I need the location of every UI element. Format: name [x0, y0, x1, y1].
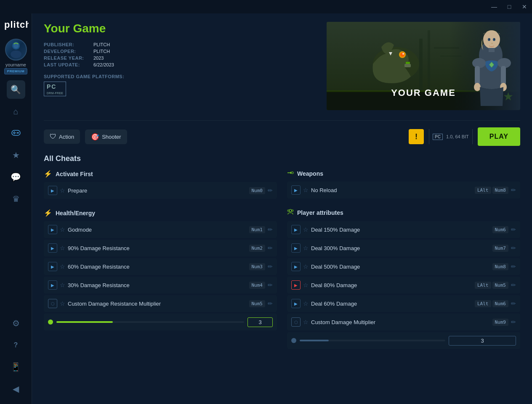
cheat-star-30dmg[interactable]: ☆: [60, 282, 65, 288]
sidebar-mobile-button[interactable]: 📱: [7, 358, 25, 376]
slider-track-resistance[interactable]: [56, 321, 244, 323]
cheat-60dmg: ▶ ☆ 60% Damage Resistance Num3 ✏: [44, 258, 277, 275]
cheat-star-custom-resistance[interactable]: ☆: [60, 300, 65, 307]
play-button[interactable]: PLAY: [478, 127, 520, 146]
cheat-edit-deal150[interactable]: ✏: [511, 226, 516, 233]
svg-point-44: [289, 209, 292, 212]
sidebar-search-button[interactable]: 🔍: [7, 80, 25, 99]
cheat-name-90dmg: 90% Damage Resistance: [68, 245, 247, 251]
cheat-keys-deal60: LAlt Num6: [475, 300, 508, 307]
cheat-slider-resistance: [44, 314, 277, 330]
sidebar-item-home[interactable]: ⌂: [7, 102, 25, 121]
cheat-edit-custom-damage[interactable]: ✏: [511, 319, 516, 325]
cheat-play-90dmg[interactable]: ▶: [48, 243, 57, 253]
svg-point-8: [13, 132, 13, 133]
titlebar: — □ ✕: [0, 0, 532, 13]
cheat-edit-prepare[interactable]: ✏: [268, 187, 273, 194]
cheat-star-deal150[interactable]: ☆: [303, 226, 309, 233]
cheat-play-prepare[interactable]: ▶: [48, 186, 57, 195]
cheat-star-deal80[interactable]: ☆: [303, 282, 309, 288]
cheat-edit-deal60[interactable]: ✏: [511, 300, 516, 307]
cheat-key-deal300: Num7: [492, 245, 509, 252]
sidebar-back-button[interactable]: ◀: [7, 380, 25, 398]
svg-point-30: [493, 38, 495, 41]
cheat-key-custom-damage: Num9: [492, 319, 509, 326]
user-profile[interactable]: yourname PREMIUM: [4, 39, 27, 74]
cheat-prepare: ▶ ☆ Prepare Num0 ✏: [44, 182, 277, 199]
minimize-button[interactable]: —: [490, 3, 498, 10]
svg-point-11: [18, 132, 19, 133]
cheat-star-60dmg[interactable]: ☆: [60, 263, 65, 270]
action-label: Action: [59, 134, 74, 140]
game-meta: PUBLISHER: PLITCH DEVELOPER: PLITCH RELE…: [44, 42, 317, 67]
app-layout: plitch yourname PREMIUM 🔍: [0, 13, 532, 404]
sidebar-item-games[interactable]: [7, 124, 25, 143]
cheat-edit-deal80[interactable]: ✏: [511, 282, 516, 288]
cheat-key-90dmg: Num2: [249, 245, 266, 252]
cheat-edit-custom-resistance[interactable]: ✏: [268, 300, 273, 307]
slider-value-resistance[interactable]: [247, 317, 273, 327]
cheat-star-custom-damage[interactable]: ☆: [303, 319, 309, 325]
cheat-play-deal60[interactable]: ▶: [291, 299, 301, 308]
cheat-star-godmode[interactable]: ☆: [60, 226, 65, 233]
cheat-star-deal60[interactable]: ☆: [303, 300, 309, 307]
cheat-name-custom-damage: Custom Damage Multiplier: [311, 319, 490, 325]
slider-track-damage[interactable]: [300, 340, 445, 341]
sidebar-help-button[interactable]: ?: [7, 336, 25, 354]
update-label: LAST UPDATE:: [44, 62, 90, 67]
sidebar-item-premium[interactable]: ♛: [7, 190, 25, 208]
category-health-energy: ⚡ Health/Energy ▶ ☆ Godmode Num1 ✏ ▶ ☆: [44, 209, 277, 330]
search-icon: 🔍: [11, 84, 21, 95]
svg-rect-38: [475, 66, 480, 85]
cheat-edit-deal300[interactable]: ✏: [511, 245, 516, 251]
sidebar-item-community[interactable]: 💬: [7, 168, 25, 186]
cheat-play-30dmg[interactable]: ▶: [48, 280, 57, 290]
cheat-play-deal150[interactable]: ▶: [291, 225, 301, 234]
cheat-key2-no-reload: Num8: [492, 187, 509, 194]
sidebar-settings-button[interactable]: ⚙: [7, 314, 25, 333]
cheat-star-prepare[interactable]: ☆: [60, 187, 65, 194]
action-tag[interactable]: 🛡 Action: [44, 129, 80, 144]
cheat-edit-godmode[interactable]: ✏: [268, 226, 273, 233]
cheat-custom-resistance: ⬡ ☆ Custom Damage Resistance Multiplier …: [44, 295, 277, 312]
warning-button[interactable]: !: [409, 129, 424, 144]
section-divider: [44, 120, 520, 121]
cheat-edit-30dmg[interactable]: ✏: [268, 282, 273, 288]
cheat-play-godmode[interactable]: ▶: [48, 225, 57, 234]
cheat-edit-deal500[interactable]: ✏: [511, 263, 516, 270]
svg-rect-23: [406, 62, 410, 64]
cheat-star-deal500[interactable]: ☆: [303, 263, 309, 270]
cheat-play-no-reload[interactable]: ▶: [291, 185, 301, 195]
cheat-play-deal300[interactable]: ▶: [291, 243, 301, 253]
sidebar-item-favorites[interactable]: ★: [7, 146, 25, 164]
cheat-edit-90dmg[interactable]: ✏: [268, 245, 273, 251]
cheat-play-deal80[interactable]: ▶: [291, 280, 301, 290]
player-icon: [287, 209, 294, 217]
cheat-edit-60dmg[interactable]: ✏: [268, 263, 273, 270]
svg-rect-14: [428, 30, 430, 93]
game-title: Your Game: [44, 22, 317, 35]
platform-info: PC 1.0, 64 BIT: [429, 129, 473, 144]
cheat-star-no-reload[interactable]: ☆: [303, 187, 309, 193]
update-row: LAST UPDATE: 6/22/2023: [44, 62, 317, 67]
cheat-play-custom-resistance[interactable]: ⬡: [48, 299, 57, 308]
category-weapons: Weapons ▶ ☆ No Reload LAlt Num8 ✏: [287, 170, 520, 198]
slider-value-damage[interactable]: [449, 336, 516, 346]
cheat-play-deal500[interactable]: ▶: [291, 262, 301, 271]
close-button[interactable]: ✕: [520, 3, 529, 10]
back-icon: ◀: [13, 384, 19, 394]
cheat-deal-300: ▶ ☆ Deal 300% Damage Num7 ✏: [287, 240, 520, 256]
health-icon: ⚡: [44, 209, 52, 217]
developer-label: DEVELOPER:: [44, 49, 90, 54]
shooter-tag[interactable]: 🎯 Shooter: [85, 129, 127, 144]
cheat-star-90dmg[interactable]: ☆: [60, 245, 65, 251]
cheat-edit-no-reload[interactable]: ✏: [511, 187, 516, 193]
crown-icon: ♛: [12, 194, 20, 204]
maximize-button[interactable]: □: [505, 3, 513, 10]
cheat-star-deal300[interactable]: ☆: [303, 245, 309, 251]
svg-point-31: [489, 39, 490, 40]
cheat-play-60dmg[interactable]: ▶: [48, 262, 57, 271]
slider-dot-green: [48, 320, 53, 325]
cheat-play-custom-damage[interactable]: ⬡: [291, 317, 301, 327]
cheat-name-no-reload: No Reload: [311, 187, 472, 193]
